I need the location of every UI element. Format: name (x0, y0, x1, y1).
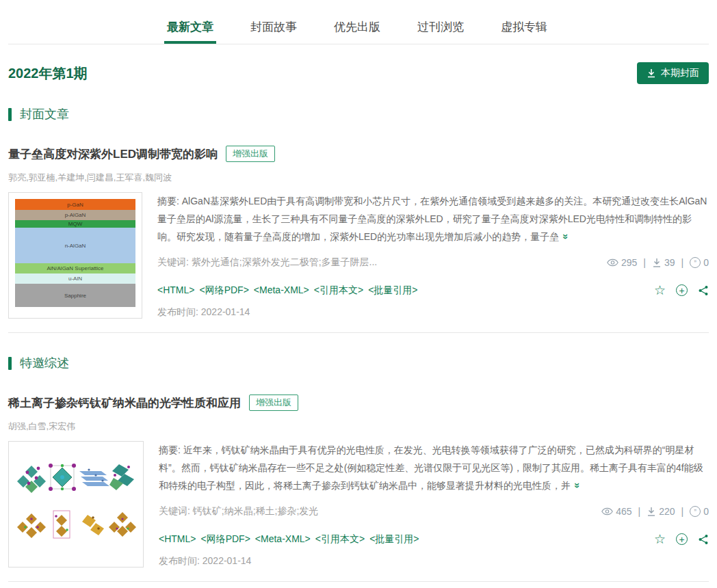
download-icon (652, 258, 662, 268)
tab-virtual-special[interactable]: 虚拟专辑 (498, 14, 550, 44)
html-link[interactable]: <HTML> (157, 284, 194, 297)
article-links: <HTML> <网络PDF> <Meta-XML> <引用本文> <批量引用> (157, 284, 417, 297)
star-icon[interactable]: ☆ (654, 533, 666, 546)
separator: | (681, 506, 684, 517)
article-authors[interactable]: 郭亮,郭亚楠,羊建坤,闫建昌,王军喜,魏同波 (8, 172, 709, 184)
plus-circle-icon[interactable]: + (676, 533, 688, 545)
meta-xml-link[interactable]: <Meta-XML> (255, 533, 311, 546)
star-icon[interactable]: ☆ (654, 284, 666, 297)
section-title: 封面文章 (20, 106, 69, 122)
article-item: 稀土离子掺杂钙钛矿纳米晶的光学性质和应用 增强出版 胡强,白雪,宋宏伟 (8, 395, 709, 582)
issue-header: 2022年第1期 本期封面 (8, 62, 709, 84)
led-layer: p-AlGaN (15, 210, 135, 220)
web-pdf-link[interactable]: <网络PDF> (200, 533, 250, 546)
double-chevron-down-icon[interactable]: « (556, 234, 573, 239)
citations-count: 0 (703, 506, 709, 517)
download-icon (647, 507, 656, 517)
section-title: 特邀综述 (20, 355, 69, 371)
share-icon[interactable] (698, 534, 709, 545)
issue-cover-button[interactable]: 本期封面 (637, 62, 709, 84)
enhanced-publication-badge: 增强出版 (226, 146, 275, 162)
separator: | (638, 506, 641, 517)
article-actions: ☆ + (654, 284, 709, 297)
tab-latest-articles[interactable]: 最新文章 (164, 14, 216, 44)
issue-title: 2022年第1期 (8, 64, 88, 83)
journal-issue-page: 最新文章 封面故事 优先出版 过刊浏览 虚拟专辑 2022年第1期 本期封面 封… (0, 0, 717, 582)
section-header-cover-articles: 封面文章 (8, 106, 709, 122)
meta-xml-link[interactable]: <Meta-XML> (254, 284, 309, 297)
article-stats: 295 | 39 | ” 0 (607, 257, 709, 268)
download-icon (647, 68, 656, 78)
led-structure-diagram: p-GaN p-AlGaN MQW n-AlGaN AlN/AlGaN Supe… (15, 199, 135, 307)
section-accent-bar (8, 357, 12, 370)
cite-article-link[interactable]: <引用本文> (314, 284, 363, 297)
double-chevron-down-icon[interactable]: « (567, 483, 585, 488)
publish-date: 发布时间: 2022-01-14 (157, 306, 709, 319)
citations-count: 0 (703, 257, 709, 268)
article-thumbnail[interactable]: p-GaN p-AlGaN MQW n-AlGaN AlN/AlGaN Supe… (8, 192, 142, 319)
abstract-text: 摘要: AlGaN基深紫外LED由于具有高调制带宽和小芯片尺寸，在紫外光通信领域… (157, 196, 707, 242)
tab-early-access[interactable]: 优先出版 (331, 14, 383, 44)
divider (8, 581, 709, 582)
led-layer: AlN/AlGaN Superlattice (15, 263, 135, 273)
cite-article-link[interactable]: <引用本文> (315, 533, 365, 546)
separator: | (681, 257, 684, 268)
led-layer: MQW (15, 220, 135, 228)
article-item: 量子垒高度对深紫外LED调制带宽的影响 增强出版 郭亮,郭亚楠,羊建坤,闫建昌,… (8, 146, 709, 333)
article-stats: 465 | 220 | ” 0 (601, 506, 709, 517)
led-layer: n-AlGaN (15, 228, 135, 263)
eye-icon (607, 258, 618, 267)
led-layer: u-AlN (15, 273, 135, 284)
batch-cite-link[interactable]: <批量引用> (368, 284, 417, 297)
enhanced-publication-badge: 增强出版 (249, 395, 298, 411)
led-layer: Sapphire (15, 284, 135, 307)
downloads-count: 220 (659, 506, 675, 517)
led-layer: p-GaN (15, 199, 135, 210)
issue-cover-button-label: 本期封面 (661, 67, 699, 79)
article-authors[interactable]: 胡强,白雪,宋宏伟 (8, 420, 709, 433)
eye-icon (601, 507, 613, 516)
article-abstract: 摘要: AlGaN基深紫外LED由于具有高调制带宽和小芯片尺寸，在紫外光通信领域… (157, 192, 709, 245)
article-keywords: 关键词: 钙钛矿;纳米晶;稀土;掺杂;发光 (159, 505, 318, 518)
web-pdf-link[interactable]: <网络PDF> (199, 284, 248, 297)
abstract-text: 摘要: 近年来，钙钛矿纳米晶由于具有优异的光电性质，在发光、光电转换等领域获得了… (159, 444, 703, 491)
article-thumbnail[interactable] (8, 441, 144, 567)
article-keywords: 关键词: 紫外光通信;深紫外发光二极管;多量子阱层... (157, 256, 377, 269)
quote-icon: ” (690, 257, 701, 268)
plus-circle-icon[interactable]: + (676, 284, 688, 296)
article-abstract: 摘要: 近年来，钙钛矿纳米晶由于具有优异的光电性质，在发光、光电转换等领域获得了… (159, 441, 709, 494)
views-count: 295 (621, 257, 637, 268)
article-links: <HTML> <网络PDF> <Meta-XML> <引用本文> <批量引用> (159, 533, 419, 546)
tab-cover-story[interactable]: 封面故事 (248, 14, 300, 44)
batch-cite-link[interactable]: <批量引用> (369, 533, 419, 546)
html-link[interactable]: <HTML> (159, 533, 196, 546)
views-count: 465 (616, 506, 631, 517)
article-actions: ☆ + (654, 533, 709, 546)
downloads-count: 39 (664, 257, 675, 268)
share-icon[interactable] (698, 285, 709, 296)
separator: | (643, 257, 646, 268)
article-title-link[interactable]: 量子垒高度对深紫外LED调制带宽的影响 (8, 146, 218, 162)
quote-icon: ” (690, 506, 701, 517)
crystal-structures-figure (15, 448, 137, 556)
publish-date: 发布时间: 2022-01-14 (159, 555, 709, 567)
tab-bar: 最新文章 封面故事 优先出版 过刊浏览 虚拟专辑 (8, 0, 709, 44)
section-header-invited-review: 特邀综述 (8, 355, 709, 371)
section-accent-bar (8, 108, 12, 121)
article-title-link[interactable]: 稀土离子掺杂钙钛矿纳米晶的光学性质和应用 (8, 395, 241, 411)
divider (8, 332, 709, 333)
tab-archive[interactable]: 过刊浏览 (415, 14, 467, 44)
